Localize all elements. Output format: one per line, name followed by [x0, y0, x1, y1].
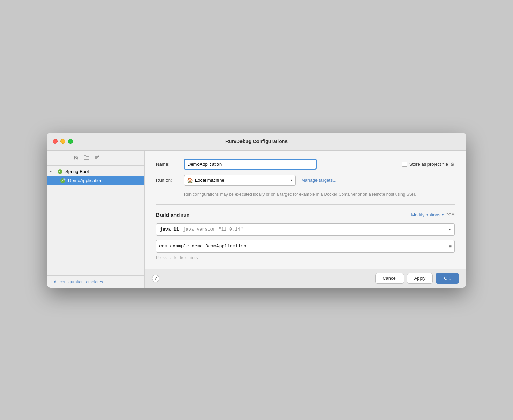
name-row: Name: Store as project file ⚙	[156, 159, 455, 170]
folder-button[interactable]	[82, 153, 91, 163]
sidebar-footer: Edit configuration templates...	[47, 275, 144, 288]
titlebar: Run/Debug Configurations	[47, 133, 466, 151]
close-button[interactable]	[53, 139, 58, 144]
name-input[interactable]	[184, 159, 317, 170]
modify-options-shortcut: ⌥M	[446, 212, 455, 217]
ok-button[interactable]: OK	[436, 273, 459, 284]
maximize-button[interactable]	[68, 139, 73, 144]
cancel-button[interactable]: Cancel	[375, 273, 404, 284]
action-buttons: Cancel Apply OK	[375, 273, 459, 284]
traffic-lights	[53, 139, 73, 144]
java-version-detail: java version "11.0.14"	[183, 227, 243, 232]
bottom-bar: ? Cancel Apply OK	[145, 269, 466, 288]
gear-icon[interactable]: ⚙	[450, 162, 455, 167]
spring-boot-group[interactable]: ▾ Spring Boot	[47, 167, 144, 176]
section-divider	[156, 204, 455, 205]
run-on-row: Run on: 🏠 Local machine ▾ Manage targets…	[156, 175, 455, 186]
copy-config-button[interactable]: ⎘	[72, 153, 81, 163]
sidebar-toolbar: + − ⎘	[47, 151, 144, 166]
java-version-left: java 11 java version "11.0.14"	[160, 227, 243, 232]
spring-boot-label: Spring Boot	[65, 169, 89, 174]
minimize-button[interactable]	[60, 139, 65, 144]
plus-icon: +	[53, 155, 57, 161]
spring-boot-icon	[57, 168, 63, 175]
local-machine-icon: 🏠	[187, 178, 193, 183]
build-run-header: Build and run Modify options ▾ ⌥M	[156, 212, 455, 218]
modify-options-area: Modify options ▾ ⌥M	[411, 212, 455, 217]
run-debug-dialog: Run/Debug Configurations + − ⎘	[47, 133, 466, 288]
demo-app-icon: R	[60, 178, 66, 184]
list-icon[interactable]: ≡	[449, 243, 452, 249]
sidebar: + − ⎘	[47, 151, 145, 288]
folder-icon	[84, 155, 89, 161]
java-version-dropdown[interactable]: java 11 java version "11.0.14" ▾	[156, 223, 455, 236]
run-on-dropdown[interactable]: 🏠 Local machine ▾	[184, 175, 296, 186]
sidebar-tree: ▾ Spring Boot	[47, 166, 144, 275]
form-area: Name: Store as project file ⚙ Run on: 🏠	[145, 151, 466, 269]
store-project-area: Store as project file ⚙	[402, 162, 455, 167]
edit-templates-link[interactable]: Edit configuration templates...	[51, 279, 106, 284]
main-panel: Name: Store as project file ⚙ Run on: 🏠	[145, 151, 466, 288]
main-content: + − ⎘	[47, 151, 466, 288]
demo-application-item[interactable]: R DemoApplication	[47, 176, 144, 185]
store-project-checkbox[interactable]	[402, 162, 407, 167]
chevron-down-icon: ▾	[50, 170, 55, 173]
demo-application-label: DemoApplication	[68, 178, 102, 183]
sort-icon	[95, 155, 99, 161]
field-hints-text: Press ⌥ for field hints	[156, 255, 455, 260]
remove-config-button[interactable]: −	[61, 153, 70, 163]
svg-text:R: R	[64, 178, 65, 180]
store-project-label: Store as project file	[409, 162, 448, 167]
main-class-row: ≡	[156, 240, 455, 253]
minus-icon: −	[64, 155, 67, 161]
run-on-hint: Run configurations may be executed local…	[184, 191, 455, 197]
manage-targets-link[interactable]: Manage targets...	[301, 178, 336, 183]
name-label: Name:	[156, 162, 184, 167]
question-mark-icon: ?	[155, 276, 157, 281]
run-on-label: Run on:	[156, 178, 184, 183]
run-on-left: 🏠 Local machine	[187, 178, 224, 183]
modify-options-button[interactable]: Modify options ▾	[411, 212, 444, 217]
build-run-title: Build and run	[156, 212, 190, 218]
window-title: Run/Debug Configurations	[225, 138, 288, 144]
apply-button[interactable]: Apply	[407, 273, 433, 284]
java-version-bold: java 11	[160, 227, 179, 232]
main-class-input[interactable]	[159, 243, 449, 249]
help-button[interactable]: ?	[152, 275, 159, 282]
modify-options-label: Modify options	[411, 212, 440, 217]
sort-button[interactable]	[92, 153, 102, 163]
run-on-value: Local machine	[195, 178, 224, 183]
copy-icon: ⎘	[74, 155, 78, 161]
chevron-down-icon: ▾	[291, 178, 292, 182]
add-config-button[interactable]: +	[51, 153, 60, 163]
svg-point-3	[58, 169, 62, 174]
chevron-down-icon: ▾	[442, 213, 444, 217]
chevron-down-icon: ▾	[449, 227, 451, 232]
